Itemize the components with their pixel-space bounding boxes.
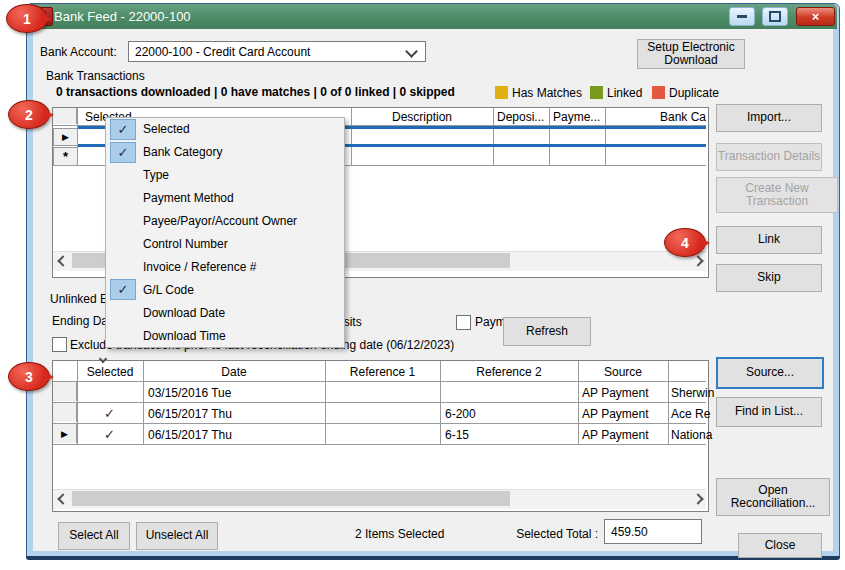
lower-col-reference2[interactable]: Reference 2 [440,365,578,379]
cell-date[interactable]: 03/15/2016 Tue [148,386,231,400]
menu-item-gl-code[interactable]: ✓G/L Code [106,278,344,301]
menu-item-download-time[interactable]: Download Time [106,324,344,347]
cell-payee[interactable]: Sherwin [671,386,714,400]
checkmark-icon: ✓ [104,427,115,442]
has-matches-label: Has Matches [512,86,582,100]
find-in-list-button[interactable]: Find in List... [716,397,822,427]
close-icon: × [812,9,820,24]
lower-col-selected[interactable]: Selected [77,365,143,379]
bank-account-label: Bank Account: [40,45,117,59]
checkmark-icon: ✓ [104,406,115,421]
maximize-icon [769,11,781,22]
menu-item-type[interactable]: Type [106,164,344,187]
current-row-icon: ▶ [53,128,78,146]
menu-item-payee-payor[interactable]: Payee/Payor/Account Owner [106,210,344,233]
selected-total-field[interactable]: 459.50 [604,519,702,544]
callout-badge-3: 3 [8,362,50,391]
top-col-bank-category[interactable]: Bank Ca [605,110,706,124]
check-icon: ✓ [110,119,136,140]
cell-payee[interactable]: Nationa [671,428,712,442]
column-chooser-menu: ✓Selected ✓Bank Category Type Payment Me… [105,117,345,348]
bank-account-select[interactable]: 22000-100 - Credit Card Account [128,41,426,62]
menu-item-control-number[interactable]: Control Number [106,233,344,256]
select-all-button[interactable]: Select All [58,522,130,550]
source-button[interactable]: Source... [716,357,824,389]
menu-item-invoice-reference[interactable]: Invoice / Reference # [106,255,344,278]
selected-total-label: Selected Total : [470,527,598,541]
payments-checkbox[interactable] [456,315,471,330]
menu-item-download-date[interactable]: Download Date [106,301,344,324]
top-col-deposit[interactable]: Deposi... [497,110,544,124]
new-row-icon: * [53,147,78,166]
screen: Bank Feed - 22000-100 × Bank Account: 22… [0,0,845,570]
duplicate-swatch-icon [652,86,665,99]
import-button[interactable]: Import... [716,104,822,132]
exclude-checkbox[interactable] [52,337,67,352]
unselect-all-button[interactable]: Unselect All [136,522,218,550]
menu-item-payment-method[interactable]: Payment Method [106,187,344,210]
duplicate-label: Duplicate [669,86,719,100]
check-icon: ✓ [110,142,136,163]
cell-payee[interactable]: Ace Re [671,407,710,421]
lower-col-reference1[interactable]: Reference 1 [325,365,440,379]
close-dialog-button[interactable]: Close [738,533,822,558]
callout-badge-4: 4 [664,228,706,257]
menu-item-bank-category[interactable]: ✓Bank Category [106,141,344,164]
cell-date[interactable]: 06/15/2017 Thu [148,428,232,442]
cell-reference2[interactable]: 6-200 [445,407,476,421]
linked-swatch-icon [590,86,603,99]
lower-grid-scroll-thumb[interactable] [72,491,510,506]
cell-date[interactable]: 06/15/2017 Thu [148,407,232,421]
cell-source[interactable]: AP Payment [582,407,648,421]
minimize-icon [737,15,747,18]
link-button[interactable]: Link [716,226,822,254]
window-bottom-edge [26,556,840,560]
cell-source[interactable]: AP Payment [582,386,648,400]
window-title: Bank Feed - 22000-100 [54,9,191,24]
menu-item-selected[interactable]: ✓Selected [106,118,344,141]
items-selected-label: 2 Items Selected [355,527,444,541]
cell-source[interactable]: AP Payment [582,428,648,442]
setup-electronic-download-button[interactable]: Setup Electronic Download [637,39,745,69]
minimize-button[interactable] [729,7,755,26]
linked-label: Linked [607,86,642,100]
sort-caret-down-icon [100,356,106,362]
chevron-down-icon [405,45,418,58]
cell-reference2[interactable]: 6-15 [445,428,469,442]
lower-col-source[interactable]: Source [578,365,668,379]
callout-badge-1: 1 [6,4,48,33]
open-reconciliation-button[interactable]: Open Reconciliation... [716,478,830,516]
skip-button[interactable]: Skip [716,264,822,292]
callout-badge-2: 2 [8,100,50,129]
create-new-transaction-button[interactable]: Create New Transaction [716,177,838,213]
bank-account-value: 22000-100 - Credit Card Account [135,45,310,59]
bank-transactions-label: Bank Transactions [46,69,145,83]
refresh-button[interactable]: Refresh [503,317,591,346]
top-col-payment[interactable]: Payme... [553,110,600,124]
lower-col-date[interactable]: Date [143,365,325,379]
maximize-button[interactable] [762,7,788,26]
download-status: 0 transactions downloaded | 0 have match… [56,85,455,99]
transaction-details-button[interactable]: Transaction Details [716,143,822,171]
close-button[interactable]: × [796,7,835,26]
has-matches-swatch-icon [495,86,508,99]
check-icon: ✓ [110,279,136,300]
top-col-description[interactable]: Description [351,110,493,124]
